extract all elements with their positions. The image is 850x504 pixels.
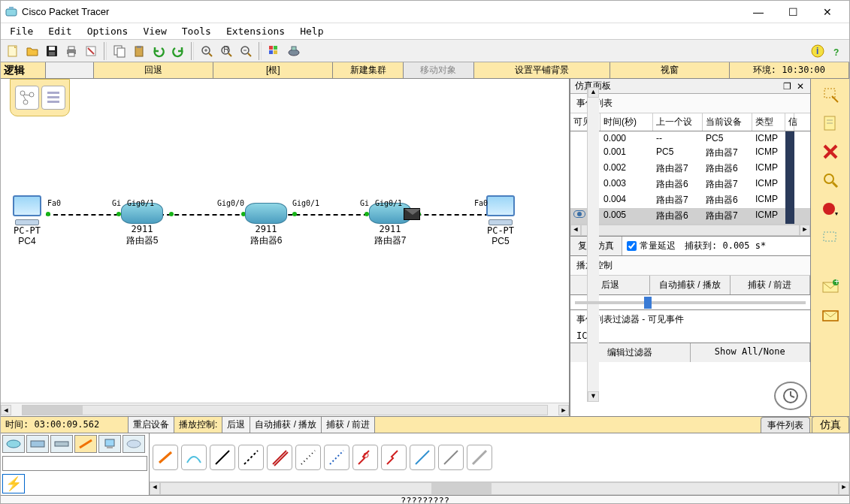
show-all-button[interactable]: Show All/None: [691, 343, 811, 362]
select-tool-icon[interactable]: [817, 83, 844, 106]
close-panel-icon[interactable]: ✕: [795, 81, 806, 92]
event-row[interactable]: 0.003路由器6路由器7ICMP: [570, 177, 810, 192]
play-speed-slider[interactable]: [570, 295, 810, 310]
open-file-icon[interactable]: [23, 42, 41, 60]
copy-icon[interactable]: [110, 42, 129, 60]
resize-tool-icon[interactable]: ▾: [817, 198, 844, 220]
menu-options[interactable]: Options: [81, 24, 135, 38]
minimize-button[interactable]: ―: [741, 1, 776, 23]
svg-rect-38: [47, 92, 59, 94]
palette-scrollbar[interactable]: ◄ ►: [150, 481, 849, 495]
close-button[interactable]: ✕: [810, 1, 845, 23]
svg-rect-39: [47, 96, 59, 98]
new-cluster-button[interactable]: 新建集群: [333, 62, 404, 78]
add-complex-pdu-icon[interactable]: [817, 304, 844, 327]
help-icon[interactable]: ?: [828, 42, 846, 60]
device-search-input[interactable]: [2, 456, 147, 471]
conn-console-icon[interactable]: [181, 445, 207, 470]
maximize-button[interactable]: ☐: [776, 1, 810, 23]
zoom-reset-icon[interactable]: R: [217, 42, 235, 60]
menu-help[interactable]: Help: [294, 24, 329, 38]
conn-phone-icon[interactable]: [295, 445, 321, 470]
zoom-out-icon[interactable]: [237, 42, 255, 60]
undock-icon[interactable]: ❐: [782, 81, 792, 92]
event-row[interactable]: 0.004路由器7路由器6ICMP: [570, 192, 810, 208]
capture-forward-button[interactable]: 捕获 / 前进: [731, 276, 810, 294]
device-pc4[interactable]: PC-PT PC4: [8, 195, 46, 246]
undo-icon[interactable]: [150, 42, 168, 60]
conn-coaxial-icon[interactable]: [324, 445, 349, 470]
event-h-scrollbar[interactable]: ◄ ►: [570, 224, 810, 236]
event-row[interactable]: 0.002路由器7路由器6ICMP: [570, 161, 810, 177]
save-icon[interactable]: [43, 42, 61, 60]
print-icon[interactable]: [62, 42, 80, 60]
move-object-button[interactable]: 移动对象: [404, 62, 474, 78]
conn-crossover-icon[interactable]: [238, 445, 264, 470]
play-back-button[interactable]: 后退: [570, 276, 650, 294]
cluster-icon[interactable]: [15, 86, 39, 110]
draw-tool-icon[interactable]: [817, 226, 844, 249]
const-delay-checkbox[interactable]: [627, 241, 637, 251]
cat-end-devices-icon[interactable]: [98, 435, 121, 453]
conn-serial-dte-icon[interactable]: [381, 445, 407, 470]
cat-connections-icon[interactable]: [74, 435, 97, 453]
info-icon[interactable]: i: [809, 42, 827, 60]
event-row[interactable]: 0.001PC5路由器7ICMP: [570, 145, 810, 161]
event-list-tab[interactable]: 事件列表: [761, 417, 810, 433]
status-back-button[interactable]: 后退: [222, 417, 250, 433]
set-bg-button[interactable]: 设置平铺背景: [474, 62, 610, 78]
device-router5[interactable]: 2911 路由器5: [121, 203, 163, 247]
new-file-icon[interactable]: [4, 42, 22, 60]
conn-iot-icon[interactable]: [438, 445, 464, 470]
simulation-tab-handle[interactable]: [770, 382, 810, 416]
delete-tool-icon[interactable]: [817, 140, 844, 163]
back-button[interactable]: 回退: [94, 62, 213, 78]
svg-point-59: [7, 440, 20, 448]
cat-routers-icon[interactable]: [2, 435, 25, 453]
cat-wan-icon[interactable]: [123, 435, 145, 453]
conn-serial-dce-icon[interactable]: [352, 445, 378, 470]
menu-extensions[interactable]: Extensions: [220, 24, 291, 38]
conn-usb-icon[interactable]: [467, 445, 492, 470]
wizard-icon[interactable]: [82, 42, 100, 60]
menu-file[interactable]: File: [4, 24, 39, 38]
status-capture-button[interactable]: 捕获 / 前进: [322, 417, 375, 433]
horizontal-scrollbar[interactable]: ◄►: [1, 403, 569, 416]
inspect-tool-icon[interactable]: [817, 169, 844, 192]
custom-device-icon[interactable]: [285, 42, 303, 60]
svg-rect-8: [68, 53, 74, 56]
device-router6[interactable]: 2911 路由器6: [245, 203, 287, 247]
restart-devices-button[interactable]: 重启设备: [129, 417, 174, 433]
svg-line-73: [444, 451, 458, 464]
auto-play-button[interactable]: 自动捕获 / 播放: [650, 276, 730, 294]
conn-auto-icon[interactable]: [153, 445, 178, 470]
zoom-in-icon[interactable]: [198, 42, 216, 60]
environment-clock[interactable]: 环境: 10:30:00: [730, 62, 849, 78]
workspace-canvas[interactable]: PC-PT PC4 Fa0 2911 路由器5 Gi Gig0/1 2911 路…: [1, 79, 569, 403]
filter-protocol: ICMP: [570, 329, 810, 343]
palette-icon[interactable]: [265, 42, 283, 60]
event-row[interactable]: 0.000--PC5ICMP: [570, 131, 810, 145]
note-tool-icon[interactable]: [817, 112, 844, 134]
cat-hubs-icon[interactable]: [50, 435, 73, 453]
logical-tab[interactable]: 逻辑: [1, 62, 46, 78]
auto-connection-icon[interactable]: ⚡: [2, 474, 25, 493]
paste-icon[interactable]: [130, 42, 148, 60]
menu-edit[interactable]: Edit: [42, 24, 77, 38]
logical-navigator[interactable]: [10, 79, 70, 116]
event-row[interactable]: 0.005路由器6路由器7ICMP: [570, 208, 810, 224]
vertical-scrollbar[interactable]: ▲ ▼: [587, 87, 599, 402]
menu-view[interactable]: View: [137, 24, 172, 38]
redo-icon[interactable]: [169, 42, 187, 60]
status-auto-button[interactable]: 自动捕获 / 播放: [250, 417, 322, 433]
root-button[interactable]: [根]: [213, 62, 333, 78]
cat-switches-icon[interactable]: [26, 435, 49, 453]
viewport-button[interactable]: 视窗: [610, 62, 730, 78]
nav-icon[interactable]: [41, 86, 65, 110]
add-simple-pdu-icon[interactable]: +: [817, 276, 844, 298]
conn-fiber-icon[interactable]: [267, 445, 292, 470]
conn-straight-icon[interactable]: [210, 445, 235, 470]
simulation-tab[interactable]: 仿真: [812, 416, 849, 433]
menu-tools[interactable]: Tools: [176, 24, 217, 38]
conn-octal-icon[interactable]: [410, 445, 435, 470]
